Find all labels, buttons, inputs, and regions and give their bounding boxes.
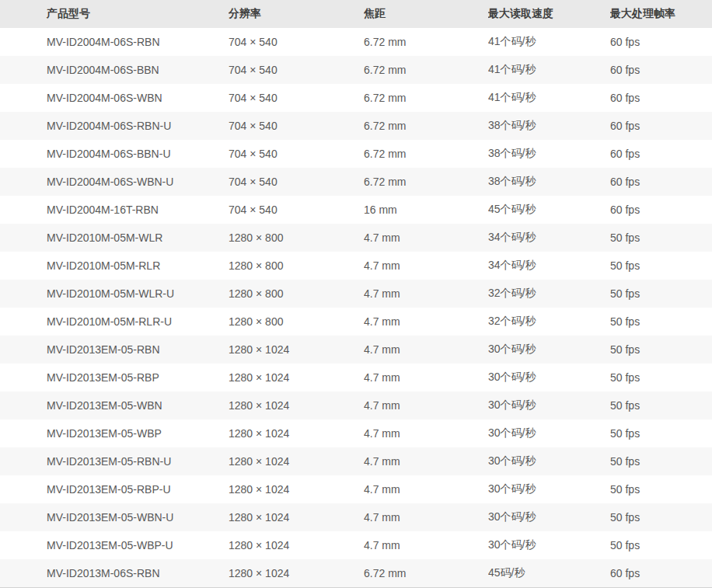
cell-model: MV-ID2013EM-05-WBP-U xyxy=(0,531,229,559)
cell-focal_length: 4.7 mm xyxy=(364,252,488,280)
cell-model: MV-ID2004M-06S-BBN-U xyxy=(0,140,229,168)
product-spec-table: 产品型号 分辨率 焦距 最大读取速度 最大处理帧率 MV-ID2004M-06S… xyxy=(0,0,712,587)
cell-model: MV-ID2013EM-05-RBP xyxy=(0,364,229,391)
cell-resolution: 704 × 540 xyxy=(229,140,364,168)
table-row: MV-ID2004M-06S-RBN-U704 × 5406.72 mm38个码… xyxy=(0,112,712,140)
cell-resolution: 1280 × 800 xyxy=(229,252,364,280)
cell-max_read_speed: 41个码/秒 xyxy=(488,28,610,56)
cell-resolution: 1280 × 1024 xyxy=(229,336,364,364)
cell-max_frame_rate: 50 fps xyxy=(610,308,712,336)
cell-resolution: 704 × 540 xyxy=(229,168,364,196)
cell-max_frame_rate: 60 fps xyxy=(610,559,712,587)
table-row: MV-ID2013EM-05-RBP1280 × 10244.7 mm30个码/… xyxy=(0,364,712,391)
cell-max_frame_rate: 50 fps xyxy=(610,447,712,475)
cell-resolution: 1280 × 800 xyxy=(229,224,364,252)
table-row: MV-ID2013EM-05-WBP1280 × 10244.7 mm30个码/… xyxy=(0,419,712,447)
cell-model: MV-ID2004M-06S-WBN xyxy=(0,84,229,112)
cell-focal_length: 4.7 mm xyxy=(364,475,488,503)
cell-max_read_speed: 38个码/秒 xyxy=(488,112,610,140)
cell-max_read_speed: 38个码/秒 xyxy=(488,140,610,168)
table-body: MV-ID2004M-06S-RBN704 × 5406.72 mm41个码/秒… xyxy=(0,28,712,587)
column-header-resolution: 分辨率 xyxy=(229,0,364,28)
cell-model: MV-ID2013EM-05-RBN xyxy=(0,336,229,364)
cell-max_read_speed: 34个码/秒 xyxy=(488,252,610,280)
cell-max_read_speed: 38个码/秒 xyxy=(488,168,610,196)
cell-max_read_speed: 32个码/秒 xyxy=(488,308,610,336)
cell-model: MV-ID2004M-06S-BBN xyxy=(0,56,229,84)
cell-model: MV-ID2004M-16T-RBN xyxy=(0,196,229,224)
cell-max_read_speed: 41个码/秒 xyxy=(488,56,610,84)
table-row: MV-ID2013EM-05-WBN1280 × 10244.7 mm30个码/… xyxy=(0,391,712,419)
cell-max_read_speed: 30个码/秒 xyxy=(488,336,610,364)
cell-max_frame_rate: 60 fps xyxy=(610,168,712,196)
cell-focal_length: 4.7 mm xyxy=(364,308,488,336)
cell-model: MV-ID2010M-05M-WLR xyxy=(0,224,229,252)
cell-max_read_speed: 30个码/秒 xyxy=(488,475,610,503)
cell-focal_length: 6.72 mm xyxy=(364,28,488,56)
cell-focal_length: 4.7 mm xyxy=(364,280,488,308)
cell-model: MV-ID2010M-05M-WLR-U xyxy=(0,280,229,308)
table-header-row: 产品型号 分辨率 焦距 最大读取速度 最大处理帧率 xyxy=(0,0,712,28)
cell-max_frame_rate: 60 fps xyxy=(610,196,712,224)
cell-focal_length: 4.7 mm xyxy=(364,336,488,364)
table-row: MV-ID2004M-06S-BBN704 × 5406.72 mm41个码/秒… xyxy=(0,56,712,84)
cell-model: MV-ID2013EM-05-RBN-U xyxy=(0,447,229,475)
table-row: MV-ID2013EM-05-WBP-U1280 × 10244.7 mm30个… xyxy=(0,531,712,559)
cell-focal_length: 6.72 mm xyxy=(364,559,488,587)
cell-resolution: 1280 × 1024 xyxy=(229,503,364,531)
cell-model: MV-ID2004M-06S-RBN-U xyxy=(0,112,229,140)
cell-resolution: 1280 × 1024 xyxy=(229,447,364,475)
column-header-max-frame-rate: 最大处理帧率 xyxy=(610,0,712,28)
cell-max_read_speed: 32个码/秒 xyxy=(488,280,610,308)
cell-max_frame_rate: 50 fps xyxy=(610,252,712,280)
cell-max_read_speed: 30个码/秒 xyxy=(488,503,610,531)
cell-resolution: 704 × 540 xyxy=(229,56,364,84)
cell-max_frame_rate: 60 fps xyxy=(610,28,712,56)
table-row: MV-ID2010M-05M-WLR-U1280 × 8004.7 mm32个码… xyxy=(0,280,712,308)
cell-max_frame_rate: 50 fps xyxy=(610,531,712,559)
cell-model: MV-ID2013EM-05-RBP-U xyxy=(0,475,229,503)
cell-model: MV-ID2013EM-05-WBN-U xyxy=(0,503,229,531)
cell-focal_length: 6.72 mm xyxy=(364,140,488,168)
table-row: MV-ID2004M-06S-BBN-U704 × 5406.72 mm38个码… xyxy=(0,140,712,168)
cell-focal_length: 4.7 mm xyxy=(364,503,488,531)
cell-focal_length: 4.7 mm xyxy=(364,419,488,447)
cell-focal_length: 6.72 mm xyxy=(364,112,488,140)
product-spec-table-container: 产品型号 分辨率 焦距 最大读取速度 最大处理帧率 MV-ID2004M-06S… xyxy=(0,0,712,588)
cell-max_frame_rate: 60 fps xyxy=(610,112,712,140)
cell-model: MV-ID2004M-06S-WBN-U xyxy=(0,168,229,196)
cell-resolution: 1280 × 1024 xyxy=(229,364,364,391)
cell-focal_length: 4.7 mm xyxy=(364,364,488,391)
cell-max_frame_rate: 50 fps xyxy=(610,280,712,308)
cell-focal_length: 6.72 mm xyxy=(364,84,488,112)
cell-resolution: 1280 × 1024 xyxy=(229,531,364,559)
cell-max_frame_rate: 60 fps xyxy=(610,56,712,84)
cell-max_read_speed: 30个码/秒 xyxy=(488,364,610,391)
table-row: MV-ID2013EM-05-RBN-U1280 × 10244.7 mm30个… xyxy=(0,447,712,475)
cell-max_read_speed: 45码/秒 xyxy=(488,559,610,587)
cell-resolution: 704 × 540 xyxy=(229,28,364,56)
cell-max_frame_rate: 50 fps xyxy=(610,503,712,531)
cell-resolution: 704 × 540 xyxy=(229,112,364,140)
cell-max_frame_rate: 50 fps xyxy=(610,336,712,364)
cell-max_frame_rate: 50 fps xyxy=(610,224,712,252)
cell-focal_length: 4.7 mm xyxy=(364,391,488,419)
cell-max_read_speed: 45个码/秒 xyxy=(488,196,610,224)
cell-resolution: 704 × 540 xyxy=(229,196,364,224)
cell-max_read_speed: 30个码/秒 xyxy=(488,419,610,447)
cell-focal_length: 6.72 mm xyxy=(364,56,488,84)
cell-resolution: 1280 × 1024 xyxy=(229,475,364,503)
table-row: MV-ID2010M-05M-RLR-U1280 × 8004.7 mm32个码… xyxy=(0,308,712,336)
cell-max_read_speed: 30个码/秒 xyxy=(488,391,610,419)
cell-focal_length: 16 mm xyxy=(364,196,488,224)
cell-model: MV-ID2013EM-05-WBN xyxy=(0,391,229,419)
cell-resolution: 1280 × 1024 xyxy=(229,419,364,447)
cell-max_frame_rate: 50 fps xyxy=(610,419,712,447)
cell-resolution: 1280 × 1024 xyxy=(229,559,364,587)
table-row: MV-ID2013M-06S-RBN1280 × 10246.72 mm45码/… xyxy=(0,559,712,587)
cell-max_frame_rate: 60 fps xyxy=(610,84,712,112)
column-header-max-read-speed: 最大读取速度 xyxy=(488,0,610,28)
cell-max_read_speed: 41个码/秒 xyxy=(488,84,610,112)
cell-resolution: 704 × 540 xyxy=(229,84,364,112)
cell-max_read_speed: 34个码/秒 xyxy=(488,224,610,252)
